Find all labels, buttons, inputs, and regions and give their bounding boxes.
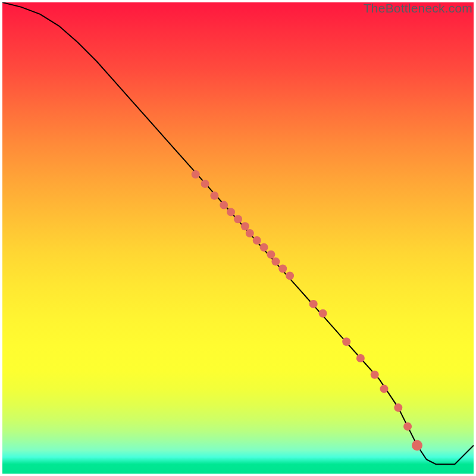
scatter-point (260, 243, 268, 252)
scatter-point (227, 208, 235, 216)
scatter-point (371, 371, 379, 379)
scatter-point (220, 201, 228, 209)
scatter-point (210, 192, 218, 200)
scatter-point (309, 300, 318, 308)
scatter-point (394, 403, 402, 412)
scatter-point (234, 215, 242, 223)
scatter-point (267, 250, 275, 259)
scatter-point (380, 384, 389, 393)
curve-line (2, 2, 474, 464)
watermark-text: TheBottleneck.com (364, 1, 472, 15)
scatter-point (356, 354, 365, 362)
scatter-minimum-point (412, 440, 422, 451)
scatter-point (342, 337, 350, 346)
scatter-point (241, 222, 249, 230)
scatter-point (278, 265, 287, 273)
scatter-point (201, 180, 209, 188)
curve-path (2, 2, 474, 464)
scatter-point (253, 236, 261, 245)
scatter-point (246, 229, 254, 237)
chart-container: TheBottleneck.com (0, 0, 476, 476)
chart-svg (2, 2, 474, 474)
scatter-point (271, 258, 280, 266)
scatter-point (286, 271, 294, 280)
scatter-points (192, 170, 412, 431)
plot-area (2, 2, 474, 474)
scatter-point (192, 170, 200, 178)
scatter-minimum (412, 440, 422, 451)
scatter-point (319, 309, 327, 318)
scatter-point (403, 422, 412, 431)
